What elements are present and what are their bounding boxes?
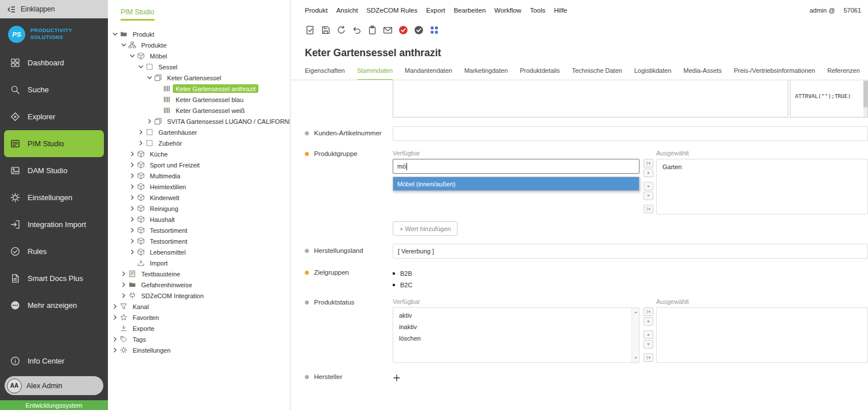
herstellungsland-input[interactable] [393,244,868,259]
option-aktiv[interactable]: aktiv [393,310,639,321]
option-inaktiv[interactable]: inaktiv [393,321,639,333]
scroll-up-icon[interactable] [633,310,638,315]
menu-sdzecom-rules[interactable]: SDZeCOM Rules [366,7,417,14]
tree-node-favoriten[interactable]: Favoriten [108,312,290,323]
chevron-right-icon[interactable] [146,118,153,125]
tab-stammdaten[interactable]: Stammdaten [357,64,393,80]
tab-eigenschaften[interactable]: Eigenschaften [305,64,345,80]
chevron-down-icon[interactable] [120,41,127,49]
produktstatus-available-list[interactable]: aktivinaktivlöschen [393,307,640,363]
add-hersteller-button[interactable] [393,374,401,382]
tree-node-haushalt[interactable]: Haushalt [108,214,290,225]
tree-node-m-bel[interactable]: Möbel [108,50,290,61]
add-value-button[interactable]: + Wert hinzufügen [393,221,458,236]
collapse-sidebar-button[interactable]: Einklappen [0,0,108,18]
sidebar-item-integration-import[interactable]: Integration Import [0,211,108,238]
move-all-left-button[interactable] [644,307,653,316]
scroll-down-icon[interactable] [633,356,638,361]
move-down-button[interactable] [644,340,653,349]
tree-node-testsortiment[interactable]: Testsortiment [108,236,290,247]
chevron-right-icon[interactable] [111,346,119,354]
tree-node-produkt[interactable]: Produkt [108,29,290,40]
move-up-button[interactable] [644,330,653,339]
menu-produkt[interactable]: Produkt [305,7,328,14]
dropdown-option-m-bel-innen-au-en[interactable]: Möbel (innen/außen) [393,177,639,190]
sidebar-item-smart-docs-plus[interactable]: Smart Docs Plus [0,265,108,292]
option-l-schen[interactable]: löschen [393,333,639,344]
tree-node-testsortiment[interactable]: Testsortiment [108,225,290,236]
sidebar-item-einstellungen[interactable]: Einstellungen [0,184,108,211]
selected-item-garten[interactable]: Garten [657,161,867,173]
sidebar-item-mehr-anzeigen[interactable]: Mehr anzeigen [0,292,108,319]
sidebar-item-pim-studio[interactable]: PIM Studio [4,130,104,157]
tree-node-gartenh-user[interactable]: Gartenhäuser [108,127,290,138]
move-all-left-button[interactable] [644,353,653,362]
description-textarea[interactable] [393,80,788,118]
tree-node-import[interactable]: Import [108,257,290,268]
chevron-right-icon[interactable] [129,237,136,245]
tree-node-keter-gartensessel[interactable]: Keter Gartensessel [108,72,290,83]
chevron-right-icon[interactable] [129,172,136,179]
clipboard-button[interactable] [366,24,379,37]
produktgruppe-search-input[interactable]: mö [393,159,640,174]
chevron-down-icon[interactable] [137,63,145,71]
chevron-right-icon[interactable] [111,303,119,310]
tree-node-lebensmittel[interactable]: Lebensmittel [108,247,290,257]
chevron-right-icon[interactable] [129,205,136,212]
menu-export[interactable]: Export [426,7,445,14]
produktstatus-selected-list[interactable] [656,307,868,363]
tree-node-einstellungen[interactable]: Einstellungen [108,345,290,356]
chevron-right-icon[interactable] [129,183,136,190]
sidebar-item-info-center[interactable]: Info Center [0,348,108,374]
tab-produktdetails[interactable]: Produktdetails [520,64,560,80]
tree-node-kinderwelt[interactable]: Kinderwelt [108,192,290,203]
chevron-right-icon[interactable] [129,216,136,223]
tree-node-svita-gartensessel-lugano-california[interactable]: SVITA Gartensessel LUGANO / CALIFORNIA [108,116,290,127]
tree-node-exporte[interactable]: Exporte [108,323,290,334]
chevron-right-icon[interactable] [129,161,136,169]
save-button[interactable] [319,24,332,37]
scrollbar-thumb[interactable] [863,81,867,107]
formula-scrollbar[interactable] [863,80,867,117]
chevron-right-icon[interactable] [137,128,145,136]
tab-technische-daten[interactable]: Technische Daten [572,64,622,80]
chevron-right-icon[interactable] [129,248,136,256]
chevron-right-icon[interactable] [120,292,127,299]
chevron-right-icon[interactable] [129,227,136,234]
sidebar-item-rules[interactable]: Rules [0,238,108,265]
doc-check-button[interactable] [304,24,317,37]
chevron-down-icon[interactable] [146,74,153,81]
move-all-left-button[interactable] [644,205,653,213]
menu-workflow[interactable]: Workflow [494,7,521,14]
user-menu[interactable]: AA Alex Admin [5,376,103,395]
produktgruppe-selected-list[interactable]: Garten [656,159,868,214]
tree-node-zubeh-r[interactable]: Zubehör [108,138,290,149]
chevron-right-icon[interactable] [129,194,136,201]
tree-node-textbausteine[interactable]: Textbausteine [108,268,290,279]
menu-bearbeiten[interactable]: Bearbeiten [454,7,486,14]
tab-preis-vertriebsinformationen[interactable]: Preis-/Vertriebsinformationen [734,64,815,80]
tree-node-kanal[interactable]: Kanal [108,301,290,312]
tree-tab-pim-studio[interactable]: PIM Studio [121,8,154,21]
move-right-button[interactable] [644,169,653,177]
apps-button[interactable] [428,24,441,37]
tab-referenzen[interactable]: Referenzen [827,64,860,80]
tree-node-keter-gartensessel-wei[interactable]: Keter Gartensessel weiß [108,105,290,116]
menu-tools[interactable]: Tools [530,7,545,14]
sidebar-item-dam-studio[interactable]: DAM Studio [0,157,108,184]
tree-node-keter-gartensessel-blau[interactable]: Keter Gartensessel blau [108,94,290,105]
tree-node-heimtextilien[interactable]: Heimtextilien [108,181,290,192]
tree-node-produkte[interactable]: Produkte [108,40,290,50]
undo-button[interactable] [350,24,363,37]
menu-ansicht[interactable]: Ansicht [336,7,358,14]
sidebar-item-explorer[interactable]: Explorer [0,103,108,130]
tree-node-gefahrenhinweise[interactable]: Gefahrenhinweise [108,279,290,290]
produktstatus-scrollbar[interactable] [631,308,639,362]
chevron-down-icon[interactable] [111,30,119,38]
tab-logistikdaten[interactable]: Logistikdaten [634,64,672,80]
chevron-down-icon[interactable] [129,52,136,60]
chevron-right-icon[interactable] [120,270,127,278]
mail-button[interactable] [381,24,394,37]
tree-node-reinigung[interactable]: Reinigung [108,203,290,214]
chevron-right-icon[interactable] [111,314,119,321]
